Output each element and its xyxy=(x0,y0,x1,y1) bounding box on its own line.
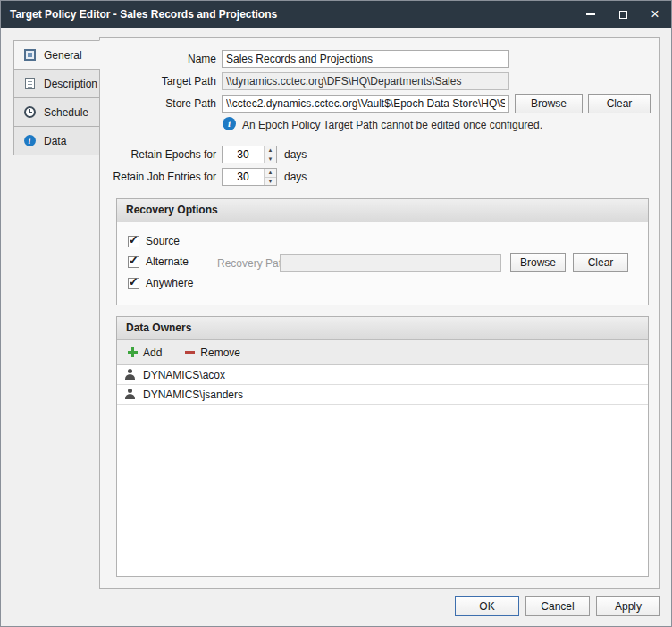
source-label: Source xyxy=(146,235,180,247)
recovery-path-input xyxy=(280,254,501,272)
retain-jobs-suffix: days xyxy=(284,171,307,183)
anywhere-option-row: ✓ Anywhere xyxy=(128,277,193,289)
tab-description-label: Description xyxy=(44,78,97,90)
main-panel: Name Target Path Store Path Browse Clear… xyxy=(99,37,660,589)
ok-button[interactable]: OK xyxy=(455,596,519,616)
store-path-clear-button[interactable]: Clear xyxy=(588,94,651,113)
checkmark-icon: ✓ xyxy=(129,233,139,247)
add-owner-label: Add xyxy=(143,347,162,359)
minimize-button[interactable] xyxy=(575,1,607,28)
remove-owner-button[interactable]: Remove xyxy=(185,347,240,359)
cancel-button[interactable]: Cancel xyxy=(525,596,590,616)
anywhere-checkbox[interactable]: ✓ xyxy=(128,278,139,289)
owners-list: DYNAMICS\acox DYNAMICS\jsanders xyxy=(117,365,648,576)
alternate-option-row: ✓ Alternate xyxy=(128,255,189,268)
owner-name: DYNAMICS\jsanders xyxy=(143,389,243,401)
add-owner-button[interactable]: Add xyxy=(128,347,162,359)
tab-description[interactable]: Description xyxy=(13,69,100,98)
sidebar-tabs: General Description Schedule i Data xyxy=(13,40,100,155)
recovery-options-title: Recovery Options xyxy=(117,199,648,222)
name-label: Name xyxy=(100,53,216,65)
target-path-input xyxy=(222,72,509,90)
source-checkbox[interactable]: ✓ xyxy=(128,236,139,247)
recovery-path-clear-button[interactable]: Clear xyxy=(573,253,628,272)
retain-jobs-label: Retain Job Entries for xyxy=(100,171,216,183)
store-path-browse-button[interactable]: Browse xyxy=(515,94,583,113)
tab-general-label: General xyxy=(44,49,82,62)
retain-epochs-suffix: days xyxy=(284,148,307,161)
retain-epochs-value[interactable]: 30 xyxy=(223,146,264,163)
anywhere-label: Anywhere xyxy=(146,277,193,289)
user-icon xyxy=(124,369,136,380)
minus-icon xyxy=(185,351,195,354)
retain-epochs-label: Retain Epochs for xyxy=(100,148,216,161)
owner-row[interactable]: DYNAMICS\jsanders xyxy=(117,385,648,405)
tab-general[interactable]: General xyxy=(13,40,100,70)
document-icon xyxy=(25,78,35,89)
owner-name: DYNAMICS\acox xyxy=(143,369,225,381)
plus-icon xyxy=(128,347,138,357)
close-icon: × xyxy=(651,7,659,21)
recovery-path-label: Recovery Path xyxy=(217,257,288,270)
retain-jobs-value[interactable]: 30 xyxy=(223,169,264,185)
store-path-label: Store Path xyxy=(100,97,216,110)
checkmark-icon: ✓ xyxy=(129,275,139,288)
owners-toolbar: Add Remove xyxy=(117,340,648,365)
recovery-options-group: Recovery Options ✓ Source ✓ Alternate Re… xyxy=(116,198,649,305)
tab-data-label: Data xyxy=(44,135,66,147)
data-owners-title: Data Owners xyxy=(117,317,648,340)
maximize-button[interactable] xyxy=(607,1,639,28)
spinner-down-icon[interactable]: ▼ xyxy=(265,155,276,163)
tab-data[interactable]: i Data xyxy=(13,126,100,155)
store-path-input[interactable] xyxy=(222,95,509,113)
policy-icon xyxy=(24,49,36,61)
clock-icon xyxy=(24,106,36,118)
spinner-up-icon[interactable]: ▲ xyxy=(265,169,276,178)
apply-button[interactable]: Apply xyxy=(596,596,660,616)
maximize-icon xyxy=(619,11,627,19)
target-path-label: Target Path xyxy=(100,75,216,88)
window-controls: × xyxy=(575,1,671,28)
info-icon: i xyxy=(223,117,236,130)
source-option-row: ✓ Source xyxy=(128,235,180,247)
remove-owner-label: Remove xyxy=(200,347,240,359)
target-policy-editor-window: Target Policy Editor - Sales Records and… xyxy=(0,0,672,627)
tab-schedule-label: Schedule xyxy=(44,106,88,119)
spinner-down-icon[interactable]: ▼ xyxy=(265,178,276,186)
retain-jobs-spinner[interactable]: 30 ▲ ▼ xyxy=(222,168,277,186)
recovery-path-browse-button[interactable]: Browse xyxy=(510,253,566,272)
checkmark-icon: ✓ xyxy=(129,254,139,267)
retain-epochs-spinner[interactable]: 30 ▲ ▼ xyxy=(222,146,277,163)
close-button[interactable]: × xyxy=(639,1,671,28)
user-icon xyxy=(124,389,136,400)
alternate-checkbox[interactable]: ✓ xyxy=(128,256,139,268)
spinner-up-icon[interactable]: ▲ xyxy=(265,146,276,155)
name-input[interactable] xyxy=(222,50,509,68)
info-icon: i xyxy=(24,135,36,146)
owner-row[interactable]: DYNAMICS\acox xyxy=(117,365,648,385)
tab-schedule[interactable]: Schedule xyxy=(13,97,100,127)
data-owners-group: Data Owners Add Remove DYNAMICS\acox xyxy=(116,316,649,577)
info-note: An Epoch Policy Target Path cannot be ed… xyxy=(242,119,542,131)
minimize-icon xyxy=(586,13,595,15)
alternate-label: Alternate xyxy=(146,255,189,268)
window-title: Target Policy Editor - Sales Records and… xyxy=(1,8,575,21)
titlebar[interactable]: Target Policy Editor - Sales Records and… xyxy=(1,1,671,28)
